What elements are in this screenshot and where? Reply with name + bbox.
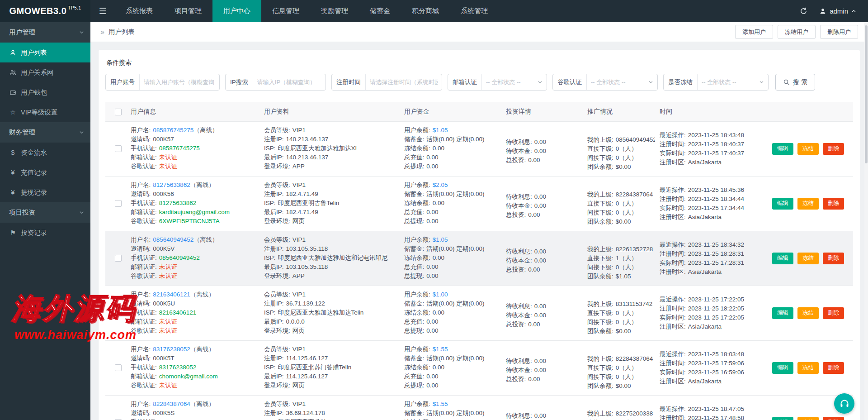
search-button[interactable]: 搜 索	[775, 74, 815, 91]
username-link[interactable]: 83176238052	[153, 346, 190, 353]
sidebar-entry[interactable]: ¥ 提现记录	[0, 182, 90, 202]
username-link[interactable]: 82163406121	[153, 291, 190, 298]
field-label: 邀请码:	[131, 410, 151, 416]
top-nav-item[interactable]: 信息管理	[261, 0, 310, 22]
sidebar-entry[interactable]: 用户管理	[0, 22, 90, 43]
field-label: 用户余额:	[404, 401, 430, 407]
field-label: 会员等级:	[264, 291, 290, 298]
frozen-balance-value: 0.00	[433, 145, 444, 152]
hamburger-icon[interactable]: ☰	[90, 0, 115, 22]
search-field[interactable]: 邮箱认证 -- 全部状态 --	[448, 74, 547, 91]
edit-button[interactable]: 编辑	[772, 417, 793, 420]
header-action-button[interactable]: 删除用户	[820, 25, 858, 39]
top-nav-item[interactable]: 积分商城	[401, 0, 450, 22]
field-label: 总提现:	[404, 382, 424, 389]
search-field-input[interactable]	[366, 79, 442, 86]
scrollbar-thumb[interactable]	[865, 25, 868, 163]
edit-button[interactable]: 编辑	[772, 253, 793, 264]
sidebar-entry[interactable]: ⚑ 投资记录	[0, 223, 90, 243]
field-label: 用户余额:	[404, 236, 430, 243]
sidebar-entry-label: 用户列表	[21, 48, 47, 57]
delete-button[interactable]: 删除	[823, 253, 844, 264]
delete-button[interactable]: 删除	[823, 307, 844, 319]
row-checkbox[interactable]	[115, 200, 122, 207]
top-nav-item[interactable]: 用户中心	[212, 0, 261, 22]
promotion-cell: 我的上级:82284387064 直接下级:0（人） 间接下级:0（人） 团队余…	[587, 345, 660, 391]
field-label: 最近操作:	[660, 406, 686, 412]
freeze-button[interactable]: 冻结	[797, 253, 819, 264]
row-checkbox[interactable]	[115, 145, 122, 152]
sidebar-entry[interactable]: ¥ 充值记录	[0, 162, 90, 182]
delete-button[interactable]: 删除	[823, 143, 844, 155]
chevron-up-icon	[851, 9, 856, 14]
search-field-label: 是否冻结	[664, 74, 698, 90]
support-button[interactable]	[834, 393, 854, 414]
sidebar-entry[interactable]: $ 资金流水	[0, 143, 90, 162]
search-field[interactable]: IP搜索	[225, 74, 326, 91]
search-field-input[interactable]	[140, 79, 219, 86]
delete-button[interactable]: 删除	[823, 417, 844, 420]
scrollbar[interactable]	[864, 22, 868, 420]
top-nav-item[interactable]: 储蓄金	[359, 0, 401, 22]
admin-menu[interactable]: admin	[819, 7, 856, 15]
online-status: （离线）	[190, 346, 215, 353]
select-all-checkbox[interactable]	[115, 109, 122, 115]
sidebar-entry[interactable]: 用户关系网	[0, 62, 90, 82]
header-action-button[interactable]: 冻结用户	[778, 25, 816, 39]
username-link[interactable]: 085876745275	[153, 127, 193, 134]
field-label: 邀请码:	[131, 355, 151, 362]
freeze-button[interactable]: 冻结	[797, 143, 819, 155]
delete-button[interactable]: 删除	[823, 198, 844, 210]
top-nav-item[interactable]: 项目管理	[164, 0, 212, 22]
team-balance-value: $0.00	[616, 328, 631, 334]
search-icon	[783, 79, 790, 86]
balance-value: $1.05	[433, 127, 448, 134]
top-nav-item[interactable]: 系统管理	[450, 0, 499, 22]
sidebar-entry[interactable]: 财务管理	[0, 122, 90, 143]
top-nav-item[interactable]: 系统报表	[115, 0, 164, 22]
search-field[interactable]: 注册时间	[331, 74, 442, 91]
total-withdraw-value: 0.00	[426, 163, 438, 170]
search-field-input[interactable]	[253, 79, 326, 86]
search-field-selected-value: -- 全部状态 --	[698, 78, 759, 86]
freeze-button[interactable]: 冻结	[797, 307, 819, 319]
time-cell: 最近操作:2023-11-25 18:45:36 注册时间:2023-11-25…	[660, 181, 770, 226]
search-field[interactable]: 谷歌认证 -- 全部状态 --	[552, 74, 658, 91]
time-cell: 最近操作:2023-11-25 18:43:48 注册时间:2023-11-25…	[660, 126, 770, 172]
sidebar-entry[interactable]: 项目投资	[0, 202, 90, 223]
delete-button[interactable]: 删除	[823, 362, 844, 374]
edit-button[interactable]: 编辑	[772, 143, 793, 155]
row-checkbox[interactable]	[115, 310, 122, 316]
search-field[interactable]: 是否冻结 -- 全部状态 --	[663, 74, 769, 91]
username-link[interactable]: 085640949452	[153, 236, 193, 243]
google-auth-value: 未认证	[159, 272, 178, 279]
freeze-button[interactable]: 冻结	[797, 198, 819, 210]
search-field[interactable]: 用户账号	[105, 74, 220, 91]
total-withdraw-value: 0.00	[426, 272, 438, 279]
field-label: 登录环境:	[264, 327, 290, 334]
sidebar-entry[interactable]: 用户钱包	[0, 82, 90, 102]
edit-button[interactable]: 编辑	[772, 198, 793, 210]
sidebar-entry[interactable]: 用户列表	[0, 43, 90, 62]
phone-auth-value: 83176238052	[159, 364, 197, 371]
refresh-icon[interactable]	[800, 7, 807, 15]
freeze-button[interactable]: 冻结	[797, 362, 819, 374]
field-label: 用户名:	[131, 346, 151, 353]
top-nav-item[interactable]: 奖励管理	[310, 0, 359, 22]
username-link[interactable]: 82284387064	[153, 401, 190, 407]
field-label: 直接下级:	[587, 310, 613, 316]
search-field-label: 注册时间	[332, 74, 366, 90]
sidebar-entry[interactable]: ☆ VIP等级设置	[0, 102, 90, 122]
header-action-button[interactable]: 添加用户	[735, 25, 773, 39]
edit-button[interactable]: 编辑	[772, 307, 793, 319]
vip-level-value: VIP1	[292, 291, 306, 298]
field-label: 待收利息:	[506, 193, 532, 200]
row-checkbox[interactable]	[115, 255, 122, 262]
invest-detail-cell: 待收利息:0.00 待收本金:0.00 总投资:0.00	[506, 290, 587, 336]
username-link[interactable]: 81275633862	[153, 181, 190, 188]
field-label: 储蓄金:	[404, 355, 424, 362]
freeze-button[interactable]: 冻结	[797, 417, 819, 420]
field-label: 团队余额:	[587, 273, 613, 280]
edit-button[interactable]: 编辑	[772, 362, 793, 374]
row-checkbox[interactable]	[115, 364, 122, 371]
